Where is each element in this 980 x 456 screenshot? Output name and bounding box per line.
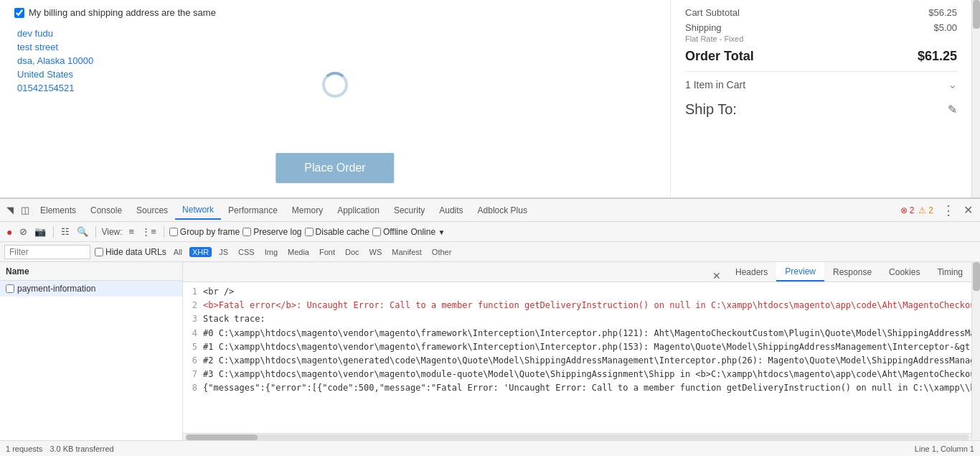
tab-memory[interactable]: Memory [285,200,330,220]
search-button[interactable]: 🔍 [75,225,90,238]
warn-count: 2 [928,205,933,215]
tab-network[interactable]: Network [175,200,221,220]
warn-badge: ⚠ 2 [918,205,933,215]
item-checkbox[interactable] [6,284,14,293]
cursor-position: Line 1, Column 1 [915,445,974,453]
detail-tab-timing[interactable]: Timing [928,262,971,281]
top-section: My billing and shipping address are the … [0,0,980,197]
toolbar-sep-1 [53,226,54,238]
code-line: 4#0 C:\xampp\htdocs\magento\vendor\magen… [186,327,969,340]
filter-all-btn[interactable]: All [171,247,185,257]
detail-tab-headers[interactable]: Headers [727,262,776,281]
network-toolbar: ● ⊘ 📷 ☷ 🔍 View: ≡ ⋮≡ Group by frame Pres… [0,222,980,242]
filter-input[interactable] [4,245,90,259]
filter-manifest-btn[interactable]: Manifest [389,247,425,257]
shipping-label: Shipping [685,22,722,33]
filter-other-btn[interactable]: Other [429,247,455,257]
offline-checkbox[interactable] [372,228,381,236]
devtools-inspect-btn[interactable]: ◥ [3,199,17,222]
filter-media-btn[interactable]: Media [285,247,312,257]
shipping-sub: Flat Rate - Fixed [685,34,957,43]
stop-button[interactable]: ⊘ [17,225,29,238]
devtools-more-icon[interactable]: ⋮ [938,203,959,218]
address-name: dev fudu [17,28,656,39]
cart-subtotal-row: Cart Subtotal $56.25 [685,7,957,18]
detail-content[interactable]: 1<br />2<b>Fatal error</b>: Uncaught Err… [183,282,971,433]
filter-xhr-btn[interactable]: XHR [189,247,212,257]
group-by-frame-label: Group by frame [169,227,240,237]
tab-console[interactable]: Console [83,200,129,220]
error-icon: ⊗ [900,205,908,215]
name-panel: Name payment-information [0,262,183,440]
chevron-down-icon: ⌄ [948,78,957,91]
code-line: 6#2 C:\xampp\htdocs\magento\generated\co… [186,354,969,368]
billing-shipping-same-row: My billing and shipping address are the … [14,7,656,18]
cart-item-row[interactable]: 1 Item in Cart ⌄ [685,71,957,91]
billing-shipping-label: My billing and shipping address are the … [29,7,216,18]
record-button[interactable]: ● [4,225,14,238]
devtools-tabbar: ◥ ◫ Elements Console Sources Network Per… [0,199,980,222]
devtools-device-btn[interactable]: ◫ [17,199,33,222]
tab-sources[interactable]: Sources [129,200,175,220]
order-total-row: Order Total $61.25 [685,49,957,64]
devtools-bottom-bar: 1 requests 3.0 KB transferred Line 1, Co… [0,440,980,456]
filter-button[interactable]: ☷ [59,225,72,238]
detail-tab-cookies[interactable]: Cookies [880,262,928,281]
devtools-close-icon[interactable]: ✕ [959,203,977,217]
right-panel: Cart Subtotal $56.25 Shipping $5.00 Flat… [670,0,971,197]
filter-js-btn[interactable]: JS [216,247,231,257]
devtools-right-scrollbar[interactable] [971,262,980,440]
view-label: View: [101,227,122,237]
filter-row: Hide data URLs All XHR JS CSS Img Media … [0,242,980,262]
camera-button[interactable]: 📷 [32,225,48,238]
requests-count: 1 requests [6,445,42,453]
place-order-button[interactable]: Place Order [275,153,394,183]
filter-img-btn[interactable]: Img [262,247,281,257]
scrollbar-h-thumb [186,434,258,440]
loading-spinner [322,72,348,98]
filter-doc-btn[interactable]: Doc [342,247,362,257]
right-scrollbar[interactable] [971,0,980,197]
detail-tab-response[interactable]: Response [824,262,880,281]
transferred-size: 3.0 KB transferred [50,445,113,453]
preserve-log-label: Preserve log [242,227,301,237]
spinner-area [322,72,348,98]
address-street: test street [17,42,656,52]
filter-css-btn[interactable]: CSS [235,247,258,257]
shipping-row: Shipping $5.00 [685,22,957,33]
preserve-log-checkbox[interactable] [242,228,251,236]
detail-panel: ✕ Headers Preview Response Cookies Timin… [183,262,971,440]
tab-application[interactable]: Application [330,200,387,220]
ship-to-label: Ship To: [685,101,737,118]
hide-data-urls-checkbox[interactable] [95,248,103,256]
shipping-value: $5.00 [933,22,957,33]
filter-ws-btn[interactable]: WS [367,247,385,257]
list-view-btn[interactable]: ≡ [127,225,137,238]
cart-subtotal-value: $56.25 [928,7,957,18]
code-line: 7#3 C:\xampp\htdocs\magento\vendor\magen… [186,368,969,381]
filter-font-btn[interactable]: Font [316,247,338,257]
network-item-payment[interactable]: payment-information [0,281,182,297]
horizontal-scrollbar[interactable] [183,433,971,440]
tab-adblock[interactable]: Adblock Plus [471,200,534,220]
cart-item-label: 1 Item in Cart [685,79,745,90]
online-select[interactable]: Online ▼ [410,227,445,237]
detail-close-btn[interactable]: ✕ [707,270,727,281]
error-count: 2 [910,205,915,215]
address-city-state: dsa, Alaska 10000 [17,55,656,66]
tab-performance[interactable]: Performance [221,200,285,220]
edit-icon[interactable]: ✎ [948,103,957,116]
devtools-scrollbar-thumb [973,262,980,291]
devtools-panel: ◥ ◫ Elements Console Sources Network Per… [0,197,980,456]
tree-view-btn[interactable]: ⋮≡ [139,225,159,238]
billing-shipping-checkbox[interactable] [14,8,24,18]
ship-to-row: Ship To: ✎ [685,101,957,118]
detail-tab-preview[interactable]: Preview [776,262,824,281]
code-line: 8{"messages":{"error":[{"code":500,"mess… [186,381,969,395]
disable-cache-checkbox[interactable] [305,228,314,236]
tab-elements[interactable]: Elements [33,200,83,220]
tab-audits[interactable]: Audits [432,200,470,220]
code-line: 1<br /> [186,285,969,299]
group-by-frame-checkbox[interactable] [169,228,178,236]
tab-security[interactable]: Security [387,200,432,220]
